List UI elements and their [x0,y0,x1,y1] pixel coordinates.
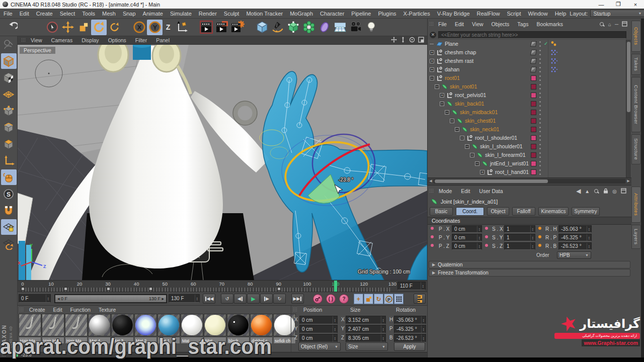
menu-sculpt[interactable]: Sculpt [220,9,243,18]
panel-tab-attributes[interactable]: Attributes [631,187,641,223]
material-thumbnail[interactable] [250,314,273,336]
play-button[interactable]: ▶ [247,294,260,304]
attr-panel-icon[interactable] [621,188,626,195]
render-view-button[interactable] [198,20,214,35]
next-frame-button[interactable]: ▶ [260,294,273,304]
om-collapse-icon[interactable]: ─ [615,22,618,27]
tree-toggle[interactable]: − [455,127,459,132]
y-axis-lock[interactable]: Y [147,20,163,35]
orange-dots-tag-icon[interactable] [550,41,557,48]
visibility-dots[interactable] [539,41,541,47]
menu-motion-tracker[interactable]: Motion Tracker [243,9,286,18]
menu-snap[interactable]: Snap [119,9,139,18]
material-menu-create[interactable]: Create [25,307,49,313]
visibility-dots[interactable] [539,50,541,55]
workplane-mode-icon[interactable] [1,86,17,102]
convert-object-tool-icon[interactable] [1,37,17,52]
s-value-field[interactable]: 1↕ [504,234,535,241]
frame-range-slider[interactable]: ◂ 0 F130 F ▸ [54,294,167,303]
om-menu-bookmarks[interactable]: Bookmarks [532,21,567,27]
material-item[interactable]: Hair Ma [19,314,41,344]
perspective-viewport[interactable]: ViewCamerasDisplayOptionsFilterPanel Per… [18,36,427,280]
key-scale-toggle[interactable] [364,294,373,304]
blue-dots-tag-icon[interactable] [550,58,558,65]
object-name[interactable]: skin_l_shoulder01 [480,143,523,149]
menu-edit[interactable]: Edit [16,9,33,18]
material-thumbnail[interactable] [88,314,111,336]
open-timeline-button[interactable] [414,294,426,304]
material-thumbnail[interactable] [65,314,88,336]
tree-row[interactable]: −skin_neck01 [428,125,631,134]
tree-row[interactable]: +dahan [428,65,631,74]
tree-row[interactable]: −skin_l_forearm01 [428,151,631,159]
tree-toggle[interactable]: − [460,136,464,140]
blue-dots-tag-icon[interactable] [550,66,558,74]
color-chip[interactable] [531,161,536,166]
visibility-dots[interactable] [539,93,541,98]
render-to-picture-viewer-button[interactable] [214,20,229,35]
x-axis-lock[interactable]: X [131,20,147,35]
menu-plugins[interactable]: Plugins [374,9,399,18]
loop-playback-button[interactable]: ↻ [273,294,286,304]
attr-search-icon[interactable] [594,189,599,194]
attr-menu-user-data[interactable]: User Data [474,188,507,194]
menu-help[interactable]: Help [551,9,570,18]
freeze-transformation-section[interactable]: ▶Freeze Transformation [429,269,630,277]
lock-icon[interactable] [603,188,608,195]
redo-button[interactable] [20,20,35,35]
rotation-field[interactable]: -26.523 °↕ [394,334,426,342]
add-spline-pen-button[interactable] [270,20,285,35]
scroll-right-arrow[interactable]: ▶ [625,179,631,183]
tree-toggle[interactable]: − [435,84,439,89]
material-item[interactable]: Hair Ma [65,314,88,344]
attr-tab-basic[interactable]: Basic [430,207,453,216]
light-button[interactable] [363,20,379,35]
rot-key-donut-icon[interactable] [538,244,541,247]
play-backwards-button[interactable]: ↺ [221,294,233,304]
tree-row[interactable]: −root01 [428,74,631,82]
object-name[interactable]: cheshm chap [445,49,476,55]
quaternion-section[interactable]: ▶Quaternion [429,261,630,268]
coord-size-dropdown[interactable]: Size▼ [346,342,388,351]
om-search-icon[interactable] [599,22,605,27]
tree-toggle[interactable]: − [450,119,454,123]
autokey-button[interactable]: ( ) [325,294,337,304]
viewport-menu-cameras[interactable]: Cameras [47,37,77,44]
object-name[interactable]: root_l_hand01 [495,169,529,175]
s-value-field[interactable]: 1↕ [504,225,535,233]
menu-character[interactable]: Character [316,9,348,18]
coordinates-section-header[interactable]: Coordinates [428,217,631,225]
om-panel-icon[interactable] [622,21,627,28]
target-icon[interactable]: ◎ [612,189,617,194]
visibility-dots[interactable] [539,110,541,115]
object-name[interactable]: skin_back01 [455,101,484,107]
rot-key-donut-icon[interactable] [538,235,541,238]
material-item[interactable]: Mat [181,314,203,344]
layout-dropdown[interactable]: Startup▼ [590,10,644,17]
visibility-dots[interactable] [539,127,541,132]
menu-x-particles[interactable]: X-Particles [400,9,434,18]
minimize-button[interactable]: — [593,0,610,9]
material-thumbnail[interactable] [42,314,64,336]
history-back-icon[interactable]: ◀ [576,188,581,195]
attr-tab-falloff[interactable]: Falloff [512,207,535,216]
viewport-rotate-icon[interactable] [409,37,415,44]
blue-dots-tag-icon[interactable] [550,49,558,57]
position-field[interactable]: 0 cm↕ [299,316,338,324]
pos-key-donut-icon[interactable] [431,227,434,230]
key-pla-toggle[interactable] [394,294,404,304]
r-value-field[interactable]: -45.325 °↕ [558,234,592,241]
object-name[interactable]: root01 [445,75,460,81]
om-home-icon[interactable]: ⌂ [608,22,611,27]
layer-chip[interactable] [530,41,537,47]
viewport-pan-icon[interactable] [391,37,397,44]
pos-key-donut-icon[interactable] [431,235,434,238]
color-chip[interactable] [531,135,536,141]
tree-toggle[interactable]: + [440,93,444,98]
scale-key-donut-icon[interactable] [485,235,488,238]
color-chip[interactable] [531,118,536,124]
viewport-menu-panel[interactable]: Panel [151,37,174,44]
render-settings-button[interactable] [229,20,245,35]
key-position-toggle[interactable]: + [354,294,363,304]
scale-key-donut-icon[interactable] [485,227,488,230]
